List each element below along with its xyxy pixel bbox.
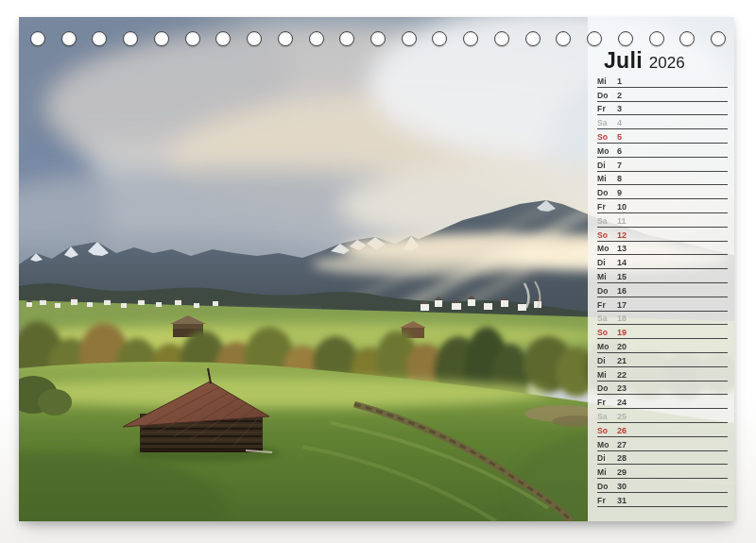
weekday-label: Sa [597, 412, 617, 421]
day-number: 8 [617, 174, 622, 183]
day-number: 19 [617, 328, 627, 337]
weekday-label: Mi [597, 76, 617, 86]
day-number: 16 [617, 286, 627, 296]
calendar-day-row: Do2 [597, 88, 728, 102]
weekday-label: Fr [597, 300, 617, 310]
binder-hole [278, 31, 293, 46]
binder-hole [154, 31, 169, 46]
weekday-label: Di [597, 356, 617, 365]
weekday-label: Fr [597, 202, 617, 212]
binder-hole [370, 31, 386, 46]
calendar-day-row: Mi29 [597, 465, 728, 479]
day-number: 7 [617, 161, 622, 170]
day-number: 24 [617, 398, 627, 407]
weekday-label: Fr [597, 104, 617, 113]
day-rows: Mi1Do2Fr3Sa4So5Mo6Di7Mi8Do9Fr10Sa11So12M… [597, 74, 728, 507]
date-panel: Juli2026 Mi1Do2Fr3Sa4So5Mo6Di7Mi8Do9Fr10… [588, 17, 734, 521]
weekday-label: So [597, 132, 617, 142]
weekday-label: Mi [597, 370, 617, 380]
binder-hole [587, 31, 602, 46]
weekday-label: Di [597, 161, 617, 170]
weekday-label: Do [597, 286, 617, 296]
year-label: 2026 [649, 54, 685, 72]
weekday-label: Mo [597, 342, 617, 351]
calendar-day-row: Di14 [597, 255, 728, 269]
binder-hole [309, 31, 324, 46]
calendar-day-row: So19 [597, 325, 728, 339]
day-number: 1 [617, 76, 622, 86]
binder-hole [494, 31, 509, 46]
calendar-day-row: Do23 [597, 382, 728, 396]
calendar-day-row: Mo20 [597, 339, 728, 353]
weekday-label: Di [597, 453, 617, 463]
day-number: 27 [617, 440, 627, 450]
calendar-day-row: Mo13 [597, 242, 728, 256]
calendar-day-row: Sa4 [597, 115, 728, 129]
calendar-day-row: Sa11 [597, 213, 728, 228]
weekday-label: Mi [597, 174, 617, 183]
day-number: 17 [617, 300, 627, 310]
binder-hole [618, 31, 633, 46]
calendar-day-row: Fr17 [597, 297, 728, 312]
weekday-label: Do [597, 188, 617, 197]
day-number: 14 [617, 258, 627, 267]
calendar-day-row: Mi15 [597, 269, 728, 283]
weekday-label: Do [597, 482, 617, 491]
binder-hole [402, 31, 417, 46]
calendar-day-row: Fr10 [597, 199, 728, 213]
calendar-day-row: Di21 [597, 353, 728, 367]
calendar-product-photo: Juli2026 Mi1Do2Fr3Sa4So5Mo6Di7Mi8Do9Fr10… [0, 0, 756, 543]
day-number: 12 [617, 230, 627, 240]
calendar-day-row: So12 [597, 228, 728, 242]
calendar-day-row: Mi1 [597, 74, 728, 88]
weekday-label: Fr [597, 398, 617, 407]
calendar-day-row: Do16 [597, 283, 728, 297]
binder-hole [185, 31, 200, 46]
day-number: 15 [617, 272, 627, 281]
binder-hole [525, 31, 541, 46]
calendar-day-row: So5 [597, 129, 728, 144]
calendar-day-row: Di28 [597, 451, 728, 466]
calendar-day-row: Mi8 [597, 172, 728, 186]
calendar-day-row: Mo6 [597, 144, 728, 158]
binder-hole [649, 31, 664, 46]
weekday-label: Mo [597, 244, 617, 253]
calendar-day-row: So26 [597, 423, 728, 437]
weekday-label: Mo [597, 440, 617, 450]
day-number: 20 [617, 342, 627, 351]
calendar-day-row: Fr3 [597, 102, 728, 116]
calendar-day-row: Sa25 [597, 409, 728, 423]
day-number: 13 [617, 244, 627, 253]
day-number: 5 [617, 132, 622, 142]
calendar-day-row: Fr31 [597, 493, 728, 507]
day-number: 6 [617, 146, 622, 156]
month-header: Juli2026 [604, 48, 685, 74]
day-number: 18 [617, 314, 627, 323]
calendar-day-row: Do9 [597, 185, 728, 199]
weekday-label: Mi [597, 272, 617, 281]
day-number: 22 [617, 370, 627, 380]
day-number: 31 [617, 496, 627, 505]
binder-hole [711, 31, 726, 46]
binder-hole [247, 31, 262, 46]
weekday-label: So [597, 328, 617, 337]
day-number: 29 [617, 467, 627, 477]
binder-hole [61, 31, 77, 46]
weekday-label: So [597, 426, 617, 435]
day-number: 23 [617, 383, 627, 393]
day-number: 11 [617, 216, 627, 226]
weekday-label: Fr [597, 496, 617, 505]
day-number: 28 [617, 453, 627, 463]
day-number: 4 [617, 118, 622, 127]
weekday-label: Sa [597, 216, 617, 226]
calendar-day-row: Do30 [597, 479, 728, 493]
day-number: 30 [617, 482, 627, 491]
day-number: 26 [617, 426, 627, 435]
day-number: 21 [617, 356, 627, 365]
weekday-label: Sa [597, 314, 617, 323]
weekday-label: Mo [597, 146, 617, 156]
weekday-label: Do [597, 91, 617, 100]
weekday-label: Mi [597, 467, 617, 477]
day-number: 25 [617, 412, 627, 421]
weekday-label: Di [597, 258, 617, 267]
